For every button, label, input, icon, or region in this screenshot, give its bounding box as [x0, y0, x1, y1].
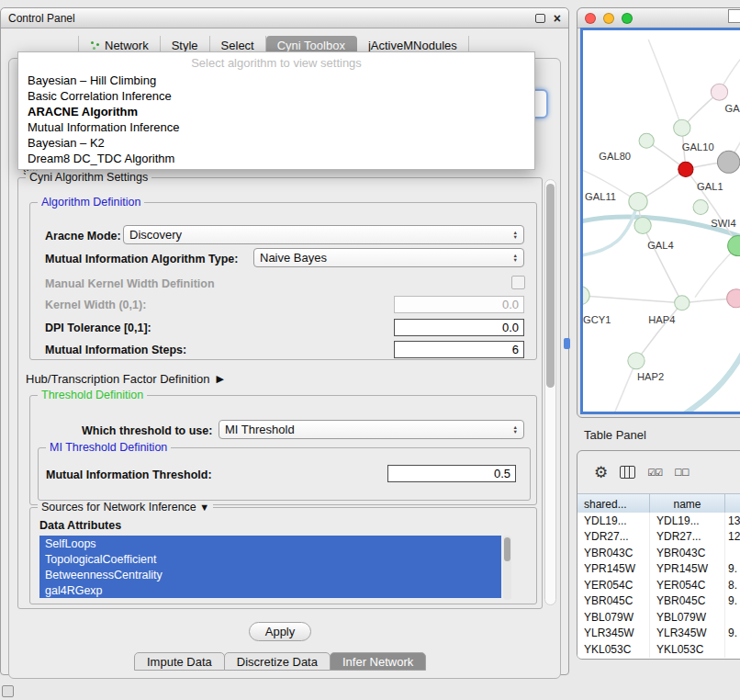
control-panel-titlebar[interactable]: Control Panel × [1, 8, 568, 28]
table-column-header[interactable]: name [650, 494, 725, 514]
table-row[interactable]: YBR043CYBR043C [577, 545, 740, 561]
tab-label: Cyni Toolbox [277, 39, 345, 52]
network-edge[interactable] [611, 361, 636, 414]
collapsed-panel-icon[interactable] [2, 685, 14, 697]
aracne-mode-select[interactable]: Discovery ▲▼ [123, 225, 524, 244]
table-column-header[interactable] [725, 494, 740, 514]
network-node[interactable] [675, 296, 690, 310]
sources-title: Sources for Network Inference ▼ [38, 501, 213, 514]
network-node[interactable] [674, 119, 690, 136]
hub-definition-toggle[interactable]: Hub/Transcription Factor Definition ▶ [26, 372, 224, 386]
attribute-list-scrollbar[interactable] [503, 536, 511, 600]
network-node[interactable] [629, 192, 647, 210]
close-icon[interactable]: × [554, 14, 561, 23]
attribute-item[interactable]: BetweennessCentrality [39, 567, 501, 582]
restore-icon[interactable] [535, 14, 545, 23]
table-row[interactable]: YLR345WYLR345W9. [577, 626, 740, 642]
mi-steps-input[interactable] [394, 341, 524, 358]
network-node[interactable] [727, 289, 740, 308]
table-row[interactable]: YER054CYER054C8. [577, 577, 740, 593]
table-cell [725, 641, 740, 658]
mi-threshold-input[interactable] [387, 465, 516, 482]
close-traffic-light[interactable] [585, 13, 596, 24]
network-edge[interactable] [583, 201, 638, 255]
table-cell: 13 [725, 513, 740, 529]
attribute-item[interactable]: SelfLoops [39, 536, 501, 551]
algorithm-option[interactable]: ARACNE Algorithm [18, 104, 534, 119]
network-edge[interactable] [643, 226, 682, 303]
birdseye-toggle-icon[interactable] [728, 9, 740, 23]
expand-right-icon[interactable]: ▶ [216, 373, 223, 385]
table-panel-label: Table Panel [584, 428, 646, 442]
which-threshold-value: MI Threshold [225, 423, 295, 436]
manual-kernel-checkbox[interactable] [511, 276, 525, 289]
mi-type-select[interactable]: Naive Bayes ▲▼ [253, 248, 524, 267]
collapse-down-icon[interactable]: ▼ [199, 502, 209, 513]
threshold-definition-title: Threshold Definition [38, 389, 147, 401]
bottom-tab-impute-data[interactable]: Impute Data [134, 652, 225, 671]
algorithm-option[interactable]: Bayesian – Hill Climbing [18, 73, 534, 88]
table-row[interactable]: YPR145WYPR145W9. [577, 561, 740, 578]
network-node[interactable] [678, 162, 693, 176]
network-node[interactable] [728, 236, 740, 256]
tab-label: Network [105, 39, 149, 52]
columns-icon[interactable] [620, 466, 635, 479]
dpi-tolerance-input[interactable] [394, 319, 524, 336]
apply-button[interactable]: Apply [249, 622, 311, 641]
algorithm-option[interactable]: Dream8 DC_TDC Algorithm [18, 151, 534, 166]
gear-icon[interactable]: ⚙ [594, 465, 608, 480]
network-node[interactable] [634, 217, 651, 233]
algorithm-option[interactable]: Bayesian – K2 [18, 135, 534, 151]
network-edge[interactable] [648, 40, 682, 128]
table-cell: YBR043C [577, 545, 650, 561]
table-row[interactable]: YBL079WYBL079W [577, 609, 740, 626]
tab-label: Select [221, 39, 254, 52]
attribute-scroll-thumb[interactable] [504, 537, 510, 561]
network-edge[interactable] [636, 303, 682, 361]
algorithm-options: Bayesian – Hill ClimbingBasic Correlatio… [18, 73, 534, 166]
settings-scrollbar[interactable] [544, 179, 556, 605]
network-canvas[interactable]: GALGAL80GAL10GAL11GAL1SWI4GAL4GCY1HAP4YH… [580, 28, 740, 414]
zoom-traffic-light[interactable] [622, 13, 633, 24]
node-label: GAL4 [647, 240, 674, 251]
attribute-item[interactable]: gal4RGexp [39, 582, 501, 598]
attribute-item[interactable]: TopologicalCoefficient [39, 551, 501, 567]
network-node[interactable] [639, 133, 654, 148]
table-row[interactable]: YDR27...YDR27...12 [577, 529, 740, 546]
node-label: HAP2 [637, 371, 664, 382]
network-node[interactable] [628, 353, 645, 369]
which-threshold-select[interactable]: MI Threshold ▲▼ [219, 420, 524, 439]
bottom-tabs: Impute DataDiscretize DataInfer Network [134, 652, 425, 671]
node-label: SWI4 [711, 219, 735, 230]
splitpane-handle[interactable] [564, 338, 570, 349]
control-panel-window: Control Panel × NetworkStyleSelectCyni T… [0, 7, 569, 675]
network-graph: GALGAL80GAL10GAL11GAL1SWI4GAL4GCY1HAP4YH… [583, 30, 740, 414]
node-label: GAL11 [585, 192, 616, 203]
network-window-titlebar[interactable] [577, 8, 740, 28]
bottom-tab-infer-network[interactable]: Infer Network [330, 652, 426, 671]
attribute-list[interactable]: SelfLoopsTopologicalCoefficientBetweenne… [39, 536, 501, 598]
select-all-checkboxes-icon[interactable]: ☑☑ [647, 468, 662, 478]
settings-scroll-thumb[interactable] [546, 184, 555, 388]
table-header: shared...name [577, 493, 740, 514]
aracne-mode-label: Aracne Mode: [45, 230, 121, 243]
network-node[interactable] [693, 199, 708, 214]
table-row[interactable]: YDL19...YDL19...13 [577, 513, 740, 529]
network-node[interactable] [717, 151, 739, 173]
algorithm-option[interactable]: Basic Correlation Inference [18, 88, 534, 104]
table-row[interactable]: YKL053CYKL053C [577, 641, 740, 658]
bottom-tab-discretize-data[interactable]: Discretize Data [224, 652, 331, 671]
minimize-traffic-light[interactable] [603, 13, 614, 24]
table-row[interactable]: YBR045CYBR045C9. [577, 593, 740, 610]
kernel-width-label: Kernel Width (0,1): [45, 299, 146, 311]
desktop: Control Panel × NetworkStyleSelectCyni T… [0, 0, 740, 700]
kernel-width-input[interactable] [394, 296, 524, 313]
table-column-header[interactable]: shared... [577, 494, 650, 514]
network-edge[interactable] [672, 334, 740, 414]
deselect-all-checkboxes-icon[interactable]: ☐☐ [674, 468, 689, 478]
node-label: GAL80 [599, 151, 631, 162]
network-node[interactable] [711, 84, 727, 100]
network-edge[interactable] [583, 296, 682, 303]
algorithm-option[interactable]: Mutual Information Inference [18, 119, 534, 135]
network-node[interactable] [583, 287, 589, 305]
